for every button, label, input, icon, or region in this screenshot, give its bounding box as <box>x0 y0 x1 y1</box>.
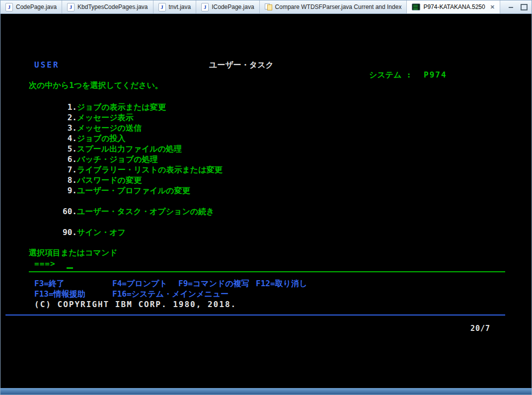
terminal-session-icon <box>412 3 420 10</box>
menu-item[interactable]: 90. サイン・オフ <box>54 228 126 238</box>
menu-item-number: 6. <box>54 155 77 165</box>
menu-item[interactable]: 3. メッセージの送信 <box>54 123 142 134</box>
menu-item[interactable]: 2. メッセージ表示 <box>54 113 134 123</box>
menu-item-label: ユーザー・プロファイルの変更 <box>77 186 190 196</box>
tab-tnvt-java[interactable]: J tnvt.java <box>153 0 197 13</box>
tab-label: tnvt.java <box>169 3 191 10</box>
separator-line-green <box>29 271 505 272</box>
minimize-icon[interactable] <box>508 4 514 10</box>
menu-item-number: 60. <box>54 207 77 217</box>
window-controls <box>500 0 532 13</box>
tab-label: ICodePage.java <box>212 3 254 10</box>
menu-item[interactable]: 4. ジョブの投入 <box>54 134 126 144</box>
menu-item-label: メッセージの送信 <box>77 123 142 134</box>
menu-item[interactable]: 9. ユーザー・プロファイルの変更 <box>54 186 190 196</box>
function-key-f13: F13=情報援助 <box>34 290 85 299</box>
tab-label: CodePage.java <box>16 3 57 10</box>
function-key-f4: F4=プロンプト <box>112 279 167 288</box>
tab-p974-katakana-session[interactable]: P974-KATAKANA.5250 ✕ <box>407 0 500 13</box>
menu-item-label: ユーザー・タスク・オプションの続き <box>77 207 215 217</box>
tab-label: P974-KATAKANA.5250 <box>423 3 485 10</box>
menu-item-number: 5. <box>54 144 77 155</box>
function-key-f9: F9=コマンドの複写 <box>178 279 249 288</box>
window-bottom-trim <box>0 388 532 395</box>
tab-icodepage-java[interactable]: J ICodePage.java <box>196 0 259 13</box>
menu-item-number: 4. <box>54 134 77 144</box>
menu-instruction: 次の中から1つを選択してください。 <box>29 81 163 90</box>
terminal-screen-5250[interactable]: USER ユーザー・タスク システム : P974 次の中から1つを選択してくだ… <box>5 16 528 389</box>
function-key-f12: F12=取り消し <box>256 279 307 288</box>
menu-item[interactable]: 1. ジョブの表示または変更 <box>54 102 166 113</box>
editor-tab-bar: J CodePage.java J KbdTypesCodePages.java… <box>0 0 532 14</box>
cursor-position-indicator: 20/7 <box>470 324 490 333</box>
compare-icon <box>265 3 272 10</box>
menu-item-label: メッセージ表示 <box>77 113 134 123</box>
tab-label: Compare WTDSFParser.java Current and Ind… <box>275 3 402 10</box>
menu-item-number: 90. <box>54 228 77 238</box>
menu-item[interactable]: 8. パスワードの変更 <box>54 175 142 186</box>
screen-title: ユーザー・タスク <box>209 61 274 70</box>
menu-item[interactable]: 5. スプール出力ファイルの処理 <box>54 144 182 155</box>
copyright-notice: (C) COPYRIGHT IBM CORP. 1980, 2018. <box>34 300 236 309</box>
menu-item[interactable]: 6. バッチ・ジョブの処理 <box>54 155 158 165</box>
menu-item-label: パスワードの変更 <box>77 175 142 186</box>
menu-item-label: ジョブの表示または変更 <box>77 102 166 113</box>
command-prompt[interactable]: ===> <box>34 259 56 268</box>
system-name: P974 <box>424 71 447 79</box>
text-cursor <box>67 267 73 269</box>
function-key-f16: F16=システム・メインメニュー <box>112 290 228 299</box>
system-label: システム : <box>369 71 411 79</box>
menu-item-number: 8. <box>54 175 77 186</box>
eclipse-window: J CodePage.java J KbdTypesCodePages.java… <box>0 0 532 395</box>
menu-item[interactable]: 60. ユーザー・タスク・オプションの続き <box>54 207 215 217</box>
user-label: USER <box>34 61 60 70</box>
tab-label: KbdTypesCodePages.java <box>77 3 148 10</box>
menu-item-number: 3. <box>54 123 77 134</box>
maximize-icon[interactable] <box>521 4 528 10</box>
menu-item[interactable]: 7. ライブラリー・リストの表示または変更 <box>54 165 223 175</box>
menu-item-number: 7. <box>54 165 77 175</box>
java-file-icon: J <box>67 3 75 11</box>
menu-item-label: バッチ・ジョブの処理 <box>77 155 158 165</box>
menu-item-label: ジョブの投入 <box>77 134 126 144</box>
menu-item-label: ライブラリー・リストの表示または変更 <box>77 165 223 175</box>
menu-item-number: 1. <box>54 102 77 113</box>
menu-item-number: 2. <box>54 113 77 123</box>
close-icon[interactable]: ✕ <box>490 4 495 10</box>
java-file-icon: J <box>5 3 13 11</box>
java-file-icon: J <box>158 3 166 11</box>
tab-kbdtypescodepages-java[interactable]: J KbdTypesCodePages.java <box>62 0 153 13</box>
java-file-icon: J <box>201 3 209 11</box>
tab-codepage-java[interactable]: J CodePage.java <box>0 0 62 13</box>
menu-item-label: スプール出力ファイルの処理 <box>77 144 182 155</box>
selection-label: 選択項目またはコマンド <box>29 248 118 257</box>
menu-item-label: サイン・オフ <box>77 228 126 238</box>
menu-item-number: 9. <box>54 186 77 196</box>
function-key-f3: F3=終了 <box>34 279 65 288</box>
separator-line-blue <box>5 315 505 316</box>
tab-compare-wtdsfparser[interactable]: Compare WTDSFParser.java Current and Ind… <box>260 0 407 13</box>
